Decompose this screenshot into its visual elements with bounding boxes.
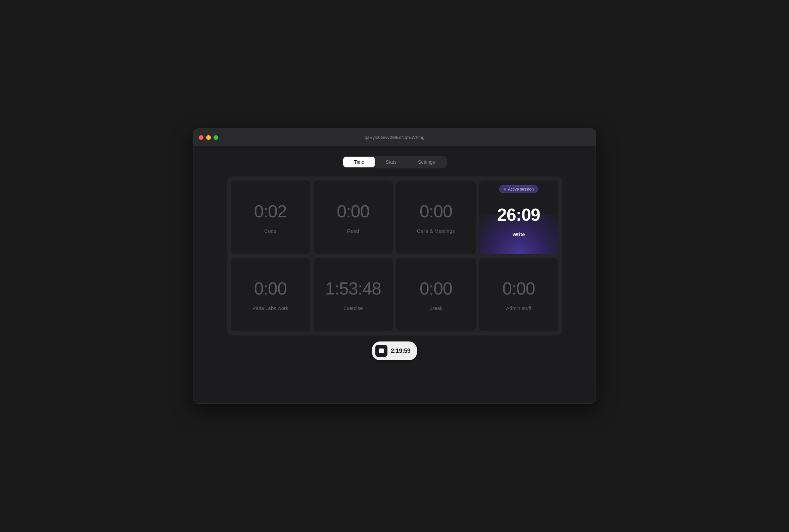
card-code-time: 0:02 bbox=[254, 201, 287, 222]
titlebar: qaEylx0Gwv0MEoNqfEWhmg bbox=[194, 129, 595, 146]
card-admin[interactable]: 0:00 Admin stuff bbox=[479, 258, 559, 331]
grid-container: 0:02 Code 0:00 Read 0:00 Calls & Meeting… bbox=[227, 176, 562, 336]
card-read-time: 0:00 bbox=[337, 201, 369, 222]
main-content: Time Stats Settings 0:02 Code 0:00 Read bbox=[194, 146, 595, 403]
card-palta-time: 0:00 bbox=[254, 279, 287, 299]
card-palta-labs[interactable]: 0:00 Palta Labs work bbox=[231, 258, 310, 331]
total-time-display: 2:19:59 bbox=[391, 347, 410, 355]
window-title: qaEylx0Gwv0MEoNqfEWhmg bbox=[364, 135, 424, 140]
tab-stats[interactable]: Stats bbox=[375, 157, 407, 167]
active-dot-icon bbox=[503, 188, 506, 191]
tab-settings[interactable]: Settings bbox=[407, 157, 446, 167]
card-exercise-time: 1:53:48 bbox=[325, 279, 381, 299]
card-calls-label: Calls & Meetings bbox=[417, 228, 455, 234]
card-write-label: Write bbox=[512, 231, 525, 237]
card-write-time: 26:09 bbox=[497, 205, 540, 225]
card-code[interactable]: 0:02 Code bbox=[231, 180, 310, 254]
app-window: qaEylx0Gwv0MEoNqfEWhmg Time Stats Settin… bbox=[193, 129, 596, 403]
card-break[interactable]: 0:00 Break bbox=[396, 258, 476, 331]
card-read[interactable]: 0:00 Read bbox=[314, 180, 393, 254]
tab-time[interactable]: Time bbox=[343, 157, 375, 167]
card-admin-label: Admin stuff bbox=[506, 305, 531, 311]
card-calls-meetings[interactable]: 0:00 Calls & Meetings bbox=[396, 180, 476, 254]
card-calls-time: 0:00 bbox=[420, 201, 452, 222]
activity-grid: 0:02 Code 0:00 Read 0:00 Calls & Meeting… bbox=[231, 180, 558, 331]
stop-button[interactable] bbox=[375, 345, 387, 357]
card-read-label: Read bbox=[347, 228, 359, 234]
card-break-label: Break bbox=[429, 305, 442, 311]
stop-icon bbox=[379, 348, 384, 353]
maximize-button[interactable] bbox=[214, 135, 218, 140]
card-palta-label: Palta Labs work bbox=[253, 305, 288, 311]
bottom-bar: 2:19:59 bbox=[372, 341, 417, 360]
card-exercise[interactable]: 1:53:48 Exercise bbox=[314, 258, 393, 331]
minimize-button[interactable] bbox=[206, 135, 211, 140]
close-button[interactable] bbox=[199, 135, 203, 140]
tabs-bar: Time Stats Settings bbox=[342, 156, 446, 168]
card-write[interactable]: Active session 26:09 Write bbox=[479, 180, 559, 254]
active-badge-label: Active session bbox=[508, 187, 534, 192]
active-session-badge: Active session bbox=[499, 185, 538, 193]
traffic-lights bbox=[199, 135, 218, 140]
stop-widget: 2:19:59 bbox=[372, 341, 417, 360]
card-break-time: 0:00 bbox=[420, 279, 452, 299]
card-code-label: Code bbox=[264, 228, 276, 234]
card-exercise-label: Exercise bbox=[344, 305, 363, 311]
card-admin-time: 0:00 bbox=[502, 279, 535, 299]
write-card-inner: 26:09 Write bbox=[484, 205, 553, 237]
